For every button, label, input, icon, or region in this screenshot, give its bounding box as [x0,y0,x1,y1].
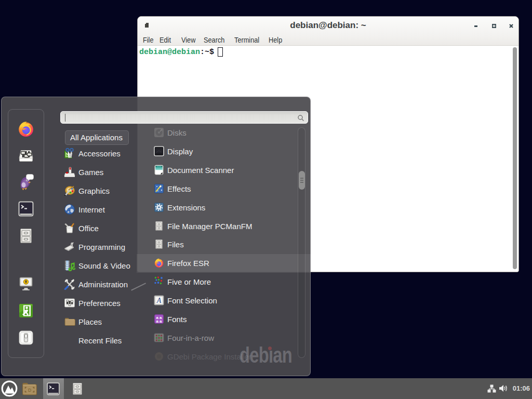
svg-text:a a: a a [156,319,162,324]
svg-text:D: D [28,388,31,393]
svg-text:A: A [156,297,162,304]
